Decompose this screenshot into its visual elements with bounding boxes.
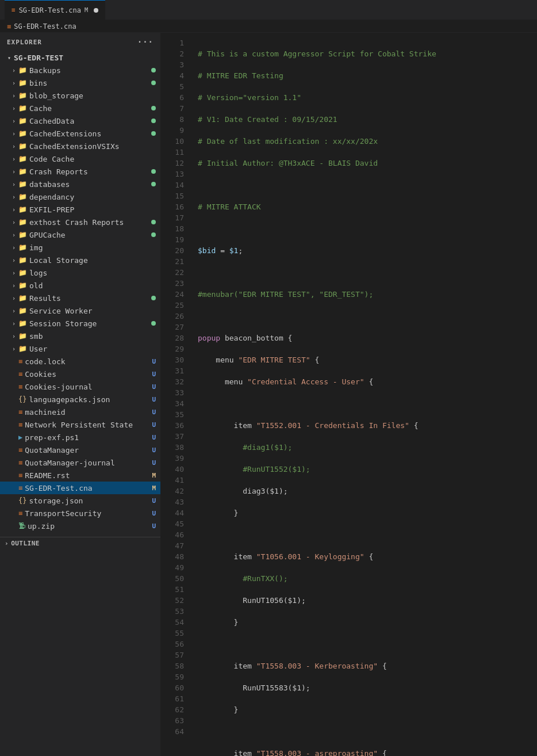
sidebar-item-code-cache[interactable]: › 📁 Code Cache — [0, 152, 160, 165]
sidebar-item-service-worker[interactable]: › 📁 Service Worker — [0, 304, 160, 317]
folder-icon: 📁 — [18, 218, 27, 226]
item-badge: U — [148, 497, 156, 505]
code-line-16: menu "Credential Access - User" { — [198, 376, 537, 387]
sidebar-item-cookies[interactable]: › ≡ Cookies U — [0, 368, 160, 380]
active-tab[interactable]: ≡ SG-EDR-Test.cna M — [5, 0, 105, 20]
status-dot — [151, 68, 156, 72]
sidebar-item-smb[interactable]: › 📁 smb — [0, 330, 160, 342]
sidebar-item-cacheddata[interactable]: › 📁 CachedData — [0, 114, 160, 127]
root-folder[interactable]: ▾ SG-EDR-TEST — [0, 51, 160, 64]
code-line-5: # Date of last modification : xx/xx/202x — [198, 136, 537, 147]
sidebar-item-machineid[interactable]: › ≡ machineid U — [0, 406, 160, 418]
folder-arrow: › — [9, 169, 18, 175]
sidebar-item-network-persistent-state[interactable]: › ≡ Network Persistent State U — [0, 418, 160, 431]
sidebar-item-backups[interactable]: › 📁 Backups — [0, 64, 160, 77]
code-line-12: #menubar("EDR MITRE TEST", "EDR_TEST"); — [198, 289, 537, 300]
code-line-32 — [198, 726, 537, 737]
sidebar-item-user[interactable]: › 📁 User — [0, 342, 160, 355]
code-line-19: #diag1($1); — [198, 442, 537, 453]
folder-arrow: › — [9, 131, 18, 137]
sidebar-item-quota-manager-journal[interactable]: › ≡ QuotaManager-journal U — [0, 456, 160, 469]
sidebar-item-exthost-crash-reports[interactable]: › 📁 exthost Crash Reports — [0, 216, 160, 228]
sidebar-item-transport-security[interactable]: › ≡ TransportSecurity U — [0, 507, 160, 520]
sidebar-item-cookies-journal[interactable]: › ≡ Cookies-journal U — [0, 380, 160, 393]
folder-icon: 📁 — [18, 79, 27, 87]
folder-arrow: › — [9, 93, 18, 99]
folder-arrow: › — [9, 257, 18, 264]
item-badge: U — [148, 522, 156, 530]
code-line-14: popup beacon_bottom { — [198, 333, 537, 343]
folder-arrow: › — [9, 295, 18, 301]
sidebar-item-dependancy[interactable]: › 📁 dependancy — [0, 190, 160, 203]
sidebar-item-databases[interactable]: › 📁 databases — [0, 178, 160, 190]
sidebar-item-cachedextensionvsixs[interactable]: › 📁 CachedExtensionVSIXs — [0, 140, 160, 152]
item-name: CachedData — [29, 117, 149, 125]
editor-content[interactable]: 12345 678910 1112131415 1617181920 21222… — [161, 33, 537, 756]
item-name: smb — [29, 332, 156, 341]
code-line-21: diag3($1); — [198, 486, 537, 497]
sidebar-item-prep-exf-ps1[interactable]: › ▶ prep-exf.ps1 U — [0, 431, 160, 444]
code-line-7 — [198, 180, 537, 190]
folder-icon: 📁 — [18, 307, 27, 315]
tab-modified-indicator: M — [85, 7, 88, 13]
sidebar-item-gpucache[interactable]: › 📁 GPUCache — [0, 228, 160, 241]
folder-arrow: › — [9, 245, 18, 251]
item-name: README.rst — [25, 471, 148, 480]
item-name: GPUCache — [29, 231, 149, 239]
status-dot — [151, 232, 156, 237]
folder-arrow: › — [9, 346, 18, 352]
code-line-6: # Initial Author: @TH3xACE - BLAIS David — [198, 158, 537, 169]
code-line-28 — [198, 639, 537, 650]
code-line-1: # This is a custom Aggressor Script for … — [198, 48, 537, 59]
sidebar-item-crash-reports[interactable]: › 📁 Crash Reports — [0, 165, 160, 178]
item-name: languagepacks.json — [29, 395, 148, 404]
sidebar-item-img[interactable]: › 📁 img — [0, 241, 160, 254]
sidebar-item-bins[interactable]: › 📁 bins — [0, 77, 160, 89]
file-zip-icon: 🗜 — [18, 522, 25, 530]
sidebar-item-local-storage[interactable]: › 📁 Local Storage — [0, 254, 160, 266]
code-line-22: } — [198, 507, 537, 518]
folder-icon: 📁 — [18, 319, 27, 327]
item-name: blob_storage — [29, 91, 156, 100]
sidebar-item-cache[interactable]: › 📁 Cache — [0, 102, 160, 114]
sidebar-item-code-lock[interactable]: › ≡ code.lock U — [0, 355, 160, 368]
folder-icon: 📁 — [18, 91, 27, 100]
folder-arrow: › — [9, 320, 18, 327]
file-cna-icon: ≡ — [18, 509, 22, 517]
sidebar-item-up-zip[interactable]: › 🗜 up.zip U — [0, 520, 160, 532]
sidebar-item-session-storage[interactable]: › 📁 Session Storage — [0, 317, 160, 330]
item-name: up.zip — [28, 522, 148, 530]
sidebar-item-exfil-prep[interactable]: › 📁 EXFIL-PREP — [0, 203, 160, 216]
folder-arrow: › — [9, 80, 18, 86]
code-line-23 — [198, 529, 537, 540]
sidebar-item-old[interactable]: › 📁 old — [0, 279, 160, 292]
item-badge: U — [148, 510, 156, 517]
status-dot — [151, 296, 156, 300]
folder-arrow: › — [9, 67, 18, 74]
sidebar-item-logs[interactable]: › 📁 logs — [0, 266, 160, 279]
sidebar-item-cachedextensions[interactable]: › 📁 CachedExtensions — [0, 127, 160, 140]
item-name: storage.json — [29, 497, 148, 505]
more-icon[interactable]: ··· — [137, 37, 154, 47]
code-line-30: RunUT15583($1); — [198, 682, 537, 693]
outline-section-header[interactable]: › OUTLINE — [0, 537, 160, 549]
sidebar-item-blob-storage[interactable]: › 📁 blob_storage — [0, 89, 160, 102]
sidebar-item-storage-json[interactable]: › {} storage.json U — [0, 494, 160, 507]
sidebar-item-readme-rst[interactable]: › ≡ README.rst M — [0, 469, 160, 482]
item-name: dependancy — [29, 193, 156, 201]
main-area: EXPLORER ··· ▾ SG-EDR-TEST › 📁 Backups ›… — [0, 33, 537, 756]
code-line-20: #RunUT1552($1); — [198, 464, 537, 475]
status-dot — [151, 220, 156, 224]
file-icon: ≡ — [11, 6, 16, 14]
code-content[interactable]: # This is a custom Aggressor Script for … — [189, 33, 537, 756]
item-name: QuotaManager-journal — [25, 459, 148, 467]
folder-icon: 📁 — [18, 167, 27, 175]
sidebar-item-sg-edr-test-cna[interactable]: › ≡ SG-EDR-Test.cna M — [0, 482, 160, 494]
sidebar-item-quota-manager[interactable]: › ≡ QuotaManager U — [0, 444, 160, 456]
item-badge: U — [148, 408, 156, 416]
sidebar-item-results[interactable]: › 📁 Results — [0, 292, 160, 304]
folder-arrow: › — [9, 143, 18, 150]
sidebar-item-languagepacks-json[interactable]: › {} languagepacks.json U — [0, 393, 160, 406]
item-name: Cookies — [25, 370, 148, 379]
folder-arrow: › — [9, 194, 18, 200]
